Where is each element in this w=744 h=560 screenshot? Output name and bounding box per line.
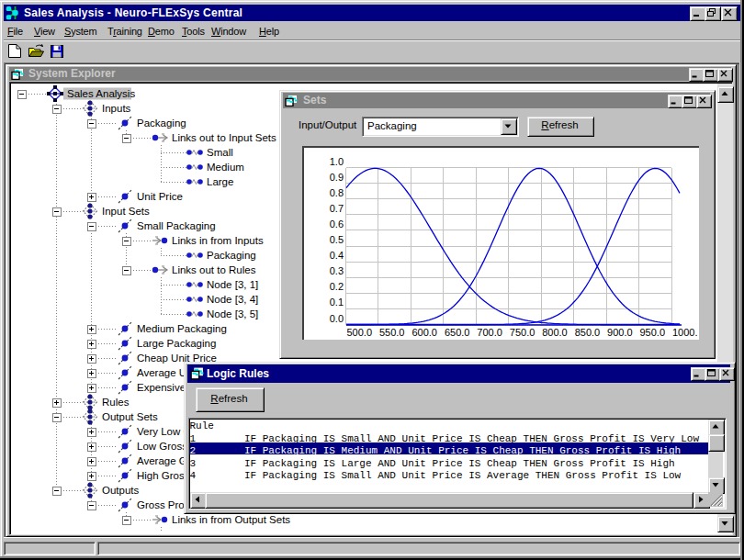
svg-text:1.0: 1.0 bbox=[330, 156, 344, 167]
svg-text:0.1: 0.1 bbox=[330, 297, 344, 308]
svg-text:Node [3, 5]: Node [3, 5] bbox=[207, 308, 258, 319]
svg-text:550.0: 550.0 bbox=[379, 327, 405, 338]
svg-text:Node [3, 1]: Node [3, 1] bbox=[207, 279, 258, 290]
svg-text:Unit Price: Unit Price bbox=[137, 191, 183, 202]
svg-text:Inputs: Inputs bbox=[102, 103, 131, 114]
svg-text:Small Packaging: Small Packaging bbox=[137, 220, 216, 231]
svg-text:0.2: 0.2 bbox=[330, 281, 344, 292]
svg-text:700.0: 700.0 bbox=[477, 327, 502, 338]
svg-text:1000.0: 1000.0 bbox=[672, 327, 697, 338]
svg-text:Medium: Medium bbox=[207, 162, 244, 173]
svg-text:Sales Analysis: Sales Analysis bbox=[67, 88, 135, 99]
svg-text:900.0: 900.0 bbox=[607, 327, 633, 338]
svg-text:Large: Large bbox=[207, 176, 233, 187]
svg-text:950.0: 950.0 bbox=[640, 327, 666, 338]
svg-text:Output Sets: Output Sets bbox=[102, 411, 158, 422]
svg-text:0.4: 0.4 bbox=[330, 250, 344, 261]
svg-text:500.0: 500.0 bbox=[347, 327, 373, 338]
svg-text:0.3: 0.3 bbox=[330, 265, 344, 276]
svg-text:Medium Packaging: Medium Packaging bbox=[137, 323, 227, 334]
svg-text:Packaging: Packaging bbox=[207, 250, 256, 261]
svg-text:Links in from Output Sets: Links in from Output Sets bbox=[172, 514, 290, 525]
svg-text:0.9: 0.9 bbox=[330, 172, 344, 183]
svg-text:Outputs: Outputs bbox=[102, 485, 140, 496]
svg-text:600.0: 600.0 bbox=[411, 327, 437, 338]
svg-text:0.6: 0.6 bbox=[330, 218, 344, 230]
svg-text:800.0: 800.0 bbox=[542, 327, 568, 338]
svg-text:0.8: 0.8 bbox=[330, 187, 344, 198]
svg-text:Links out to Input Sets: Links out to Input Sets bbox=[172, 132, 276, 143]
svg-text:Links in from Inputs: Links in from Inputs bbox=[172, 235, 264, 246]
svg-text:850.0: 850.0 bbox=[575, 327, 601, 338]
svg-text:Small: Small bbox=[207, 147, 233, 158]
svg-text:Large Packaging: Large Packaging bbox=[137, 338, 216, 349]
svg-text:650.0: 650.0 bbox=[445, 327, 470, 338]
svg-text:0.5: 0.5 bbox=[330, 234, 344, 245]
svg-text:750.0: 750.0 bbox=[510, 327, 535, 338]
svg-text:Rules: Rules bbox=[102, 397, 130, 408]
svg-text:0.7: 0.7 bbox=[330, 203, 344, 214]
svg-text:0.0: 0.0 bbox=[330, 313, 344, 324]
svg-text:Links out to Rules: Links out to Rules bbox=[172, 264, 256, 275]
svg-text:Input Sets: Input Sets bbox=[102, 206, 150, 217]
svg-text:Packaging: Packaging bbox=[137, 118, 186, 129]
svg-text:Node [3, 4]: Node [3, 4] bbox=[207, 294, 258, 305]
